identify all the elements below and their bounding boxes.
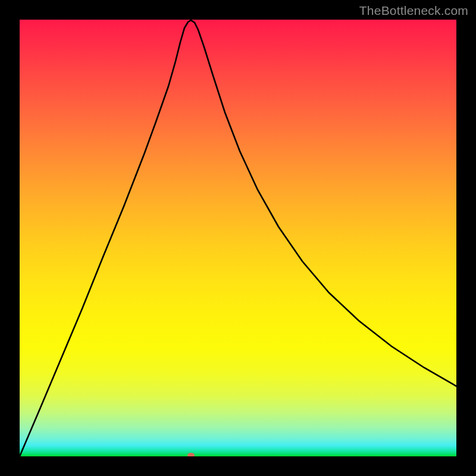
min-marker — [187, 453, 195, 456]
watermark-text: TheBottleneck.com — [359, 4, 468, 18]
bottleneck-curve — [20, 20, 456, 456]
plot-area — [20, 20, 456, 456]
curve-layer — [20, 20, 456, 456]
chart-frame: TheBottleneck.com — [0, 0, 476, 476]
